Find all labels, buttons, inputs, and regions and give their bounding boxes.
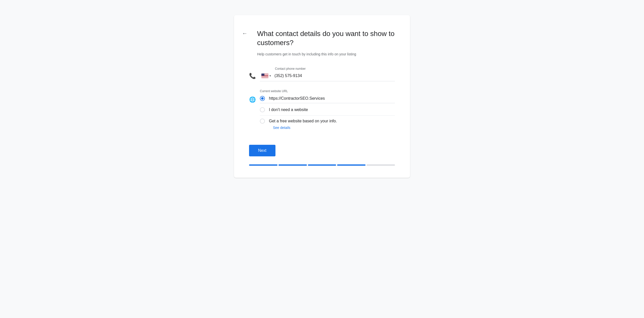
globe-icon: 🌐: [249, 96, 256, 103]
globe-wrapper: 🌐: [249, 89, 256, 103]
website-option-none[interactable]: I don't need a website: [260, 104, 395, 116]
back-button[interactable]: ←: [240, 28, 250, 39]
progress-segment-5: [367, 164, 395, 166]
radio-free[interactable]: [260, 119, 265, 124]
radio-none[interactable]: [260, 107, 265, 112]
progress-segment-3: [308, 164, 336, 166]
website-row: 🌐 Current website URL I don't need a web…: [249, 89, 395, 133]
phone-input[interactable]: [274, 74, 395, 78]
progress-segment-2: [278, 164, 307, 166]
country-selector[interactable]: ▾: [260, 73, 272, 79]
no-website-label: I don't need a website: [269, 108, 308, 112]
main-card: ← What contact details do you want to sh…: [234, 15, 410, 178]
phone-icon: 📞: [249, 73, 256, 79]
website-section: 🌐 Current website URL I don't need a web…: [249, 89, 395, 133]
radio-existing[interactable]: [260, 96, 265, 101]
progress-bar: [249, 164, 395, 166]
page-subtitle: Help customers get in touch by including…: [249, 52, 395, 57]
us-flag-icon: [261, 74, 268, 78]
free-website-row: Get a free website based on your info.: [260, 119, 337, 124]
website-fields: Current website URL I don't need a websi…: [260, 89, 395, 133]
phone-section: 📞 Contact phone number ▾: [249, 67, 395, 81]
website-url-input[interactable]: [269, 96, 395, 101]
website-label: Current website URL: [260, 89, 395, 93]
back-arrow-icon: ←: [242, 30, 248, 37]
progress-segment-4: [337, 164, 366, 166]
page-title: What contact details do you want to show…: [249, 29, 395, 48]
free-website-label: Get a free website based on your info.: [269, 119, 337, 123]
website-option-free[interactable]: Get a free website based on your info. S…: [260, 116, 395, 133]
next-button[interactable]: Next: [249, 145, 275, 156]
phone-fields: Contact phone number ▾: [260, 67, 395, 81]
website-option-existing[interactable]: [260, 96, 395, 103]
phone-label: Contact phone number: [260, 67, 395, 70]
see-details-link[interactable]: See details: [273, 126, 290, 130]
progress-segment-1: [249, 164, 277, 166]
phone-input-row: ▾: [260, 73, 395, 81]
dropdown-arrow-icon: ▾: [269, 74, 271, 78]
phone-icon-wrapper: 📞: [249, 73, 256, 81]
